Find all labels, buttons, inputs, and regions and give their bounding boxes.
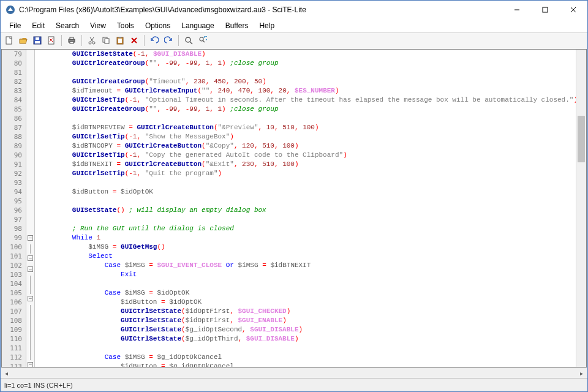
code-line[interactable] [40,279,576,288]
code-line[interactable]: GUICtrlSetTip(-1, "Copy the generated Au… [40,151,576,160]
fold-cell[interactable] [26,77,34,86]
scrollbar-thumb[interactable] [578,116,585,162]
code-line[interactable]: $idButton = $g_idOptOkCancel [40,362,576,367]
menu-view[interactable]: View [85,20,111,31]
scroll-right-icon[interactable]: ▸ [576,370,587,377]
code-line[interactable] [40,178,576,187]
fold-toggle-icon[interactable]: − [28,296,33,301]
code-line[interactable]: GUICtrlCreateGroup("", -99, -99, 1, 1) ;… [40,59,576,68]
code-line[interactable]: Exit [40,270,576,279]
horizontal-scrollbar[interactable]: ◂ ▸ [1,368,587,378]
code-line[interactable]: GUICtrlCreateGroup("Timeout", 230, 450, … [40,77,576,86]
fold-cell[interactable] [26,114,34,123]
code-line[interactable]: GUICtrlSetState($idOptFirst, $GUI_CHECKE… [40,307,576,316]
fold-cell[interactable]: − [26,235,34,244]
fold-toggle-icon[interactable]: − [28,266,33,272]
fold-toggle-icon[interactable]: − [28,235,33,241]
maximize-button[interactable] [531,1,559,19]
fold-cell[interactable] [26,206,34,215]
code-line[interactable]: Case $iMSG = $idOptOK [40,288,576,298]
paste-icon[interactable] [114,34,126,47]
code-line[interactable]: GUICtrlSetTip(-1, "Show the MessageBox") [40,132,576,141]
fold-cell[interactable] [26,351,34,360]
menu-search[interactable]: Search [51,20,84,31]
fold-cell[interactable] [26,141,34,151]
menu-buffers[interactable]: Buffers [221,20,254,31]
fold-cell[interactable] [26,105,34,114]
fold-cell[interactable] [26,215,34,224]
fold-cell[interactable] [26,132,34,141]
fold-cell[interactable] [26,86,34,96]
fold-cell[interactable] [26,305,34,314]
cut-icon[interactable] [86,34,98,47]
menu-tools[interactable]: Tools [112,20,139,31]
menu-language[interactable]: Language [176,20,219,31]
code-line[interactable]: GUICtrlCreateGroup("", -99, -99, 1, 1) ;… [40,105,576,114]
code-line[interactable]: While 1 [40,233,576,243]
fold-cell[interactable] [26,68,34,77]
code-line[interactable]: $idBTNCOPY = GUICtrlCreateButton("&Copy"… [40,141,576,151]
fold-cell[interactable] [26,197,34,206]
replace-icon[interactable] [197,34,209,47]
copy-icon[interactable] [100,34,112,47]
fold-cell[interactable]: − [26,266,34,276]
code-line[interactable] [40,68,576,77]
find-icon[interactable] [183,34,195,47]
fold-cell[interactable] [26,96,34,105]
fold-cell[interactable] [26,178,34,187]
new-file-icon[interactable] [3,34,15,47]
save-icon[interactable] [31,34,43,47]
code-area[interactable]: GUICtrlSetState(-1, $GUI_DISABLE) GUICtr… [35,50,576,367]
fold-cell[interactable] [26,59,34,68]
menu-file[interactable]: File [4,20,26,31]
fold-cell[interactable] [26,169,34,178]
code-line[interactable] [40,344,576,353]
vertical-scrollbar[interactable] [576,50,586,367]
delete-icon[interactable] [128,34,140,47]
fold-cell[interactable] [26,123,34,132]
code-line[interactable]: $idButton = $idOptOK [40,298,576,307]
fold-cell[interactable]: − [26,255,34,265]
undo-icon[interactable] [148,34,160,47]
code-line[interactable]: Case $iMSG = $g_idOptOkCancel [40,353,576,362]
code-line[interactable]: Case $iMSG = $GUI_EVENT_CLOSE Or $iMSG =… [40,261,576,270]
scroll-left-icon[interactable]: ◂ [1,370,12,377]
fold-cell[interactable] [26,276,34,285]
open-file-icon[interactable] [17,34,29,47]
code-line[interactable]: Select [40,252,576,261]
fold-cell[interactable] [26,151,34,160]
fold-cell[interactable] [26,323,34,333]
menu-options[interactable]: Options [140,20,175,31]
code-line[interactable]: GUISetState() ; will display an empty di… [40,206,576,215]
fold-cell[interactable] [26,314,34,323]
fold-cell[interactable] [26,224,34,233]
fold-cell[interactable] [26,244,34,254]
code-line[interactable]: GUICtrlSetState(-1, $GUI_DISABLE) [40,50,576,59]
fold-cell[interactable] [26,333,34,342]
fold-cell[interactable] [26,285,34,294]
code-line[interactable]: GUICtrlSetState($g_idOptSecond, $GUI_DIS… [40,325,576,334]
code-line[interactable]: $idBTNPREVIEW = GUICtrlCreateButton("&Pr… [40,123,576,132]
menu-edit[interactable]: Edit [27,20,50,31]
code-line[interactable]: GUICtrlSetState($g_idOptThird, $GUI_DISA… [40,334,576,344]
print-icon[interactable] [66,34,78,47]
fold-cell[interactable] [26,160,34,169]
code-line[interactable]: GUICtrlSetState($idOptFirst, $GUI_ENABLE… [40,316,576,325]
redo-icon[interactable] [162,34,175,47]
code-line[interactable]: $idButton = $idOptOK [40,187,576,197]
menu-help[interactable]: Help [254,20,279,31]
code-line[interactable]: ; Run the GUI until the dialog is closed [40,224,576,233]
minimize-button[interactable] [503,1,531,19]
code-line[interactable]: $idBTNEXIT = GUICtrlCreateButton("&Exit"… [40,160,576,169]
code-line[interactable]: $iMSG = GUIGetMsg() [40,243,576,252]
fold-cell[interactable]: − [26,362,34,368]
code-line[interactable]: $idTimeout = GUICtrlCreateInput("", 240,… [40,86,576,96]
editor[interactable]: 7980818283848586878889909192939495969798… [1,49,587,368]
fold-cell[interactable]: − [26,296,34,305]
code-line[interactable]: GUICtrlSetTip(-1, "Quit the program") [40,169,576,178]
fold-toggle-icon[interactable]: − [28,362,33,368]
fold-cell[interactable] [26,342,34,351]
fold-toggle-icon[interactable]: − [28,255,33,261]
fold-margin[interactable]: −−−−− [26,50,35,367]
fold-cell[interactable] [26,50,34,59]
